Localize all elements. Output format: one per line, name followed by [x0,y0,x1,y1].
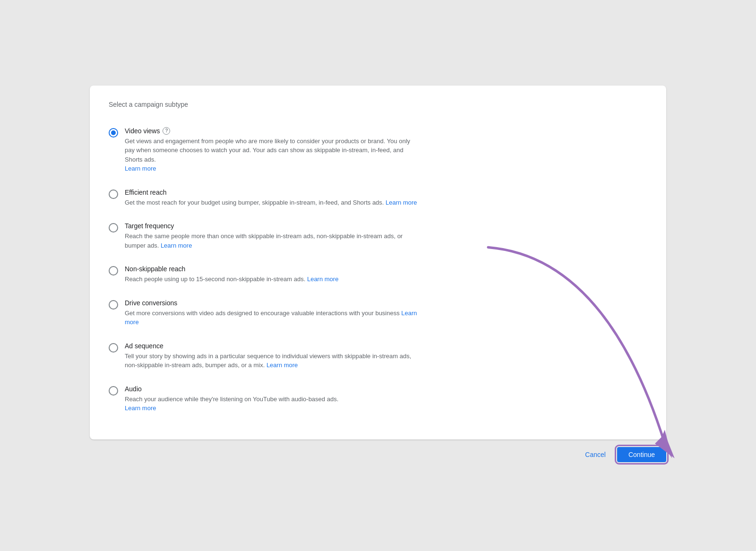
option-desc-audio: Reach your audience while they're listen… [125,395,418,413]
option-label-ad-sequence: Ad sequence [125,342,163,350]
option-desc-video-views: Get views and engagement from people who… [125,137,418,173]
option-content-efficient-reach: Efficient reach Get the most reach for y… [125,189,647,207]
option-label-row-efficient-reach: Efficient reach [125,189,647,196]
option-content-non-skippable-reach: Non-skippable reach Reach people using u… [125,265,647,284]
radio-drive-conversions[interactable] [109,300,118,310]
option-audio[interactable]: Audio Reach your audience while they're … [109,378,647,421]
option-desc-ad-sequence: Tell your story by showing ads in a part… [125,352,418,370]
section-title: Select a campaign subtype [109,101,647,108]
option-label-row-drive-conversions: Drive conversions [125,299,647,307]
option-label-target-frequency: Target frequency [125,222,174,230]
cancel-button[interactable]: Cancel [577,447,613,462]
option-desc-non-skippable-reach: Reach people using up to 15-second non-s… [125,275,418,284]
continue-button[interactable]: Continue [617,447,666,462]
option-label-efficient-reach: Efficient reach [125,189,166,196]
option-content-video-views: Video views ? Get views and engagement f… [125,127,647,173]
learn-more-non-skippable-reach[interactable]: Learn more [307,276,338,283]
radio-video-views[interactable] [109,128,118,138]
radio-efficient-reach[interactable] [109,189,118,199]
option-content-ad-sequence: Ad sequence Tell your story by showing a… [125,342,647,370]
dialog-with-arrow: Select a campaign subtype Video views ? … [90,86,666,466]
option-non-skippable-reach[interactable]: Non-skippable reach Reach people using u… [109,258,647,292]
learn-more-ad-sequence[interactable]: Learn more [266,362,298,369]
learn-more-target-frequency[interactable]: Learn more [161,242,192,249]
option-label-video-views: Video views [125,127,160,135]
option-content-target-frequency: Target frequency Reach the same people m… [125,222,647,250]
option-label-row-non-skippable-reach: Non-skippable reach [125,265,647,273]
dialog-card: Select a campaign subtype Video views ? … [90,86,666,439]
option-label-row-target-frequency: Target frequency [125,222,647,230]
option-label-non-skippable-reach: Non-skippable reach [125,265,185,273]
learn-more-efficient-reach[interactable]: Learn more [386,199,417,206]
option-label-row-audio: Audio [125,385,647,393]
option-desc-target-frequency: Reach the same people more than once wit… [125,232,418,250]
page-wrapper: Select a campaign subtype Video views ? … [76,86,680,466]
option-video-views[interactable]: Video views ? Get views and engagement f… [109,120,647,181]
options-list: Video views ? Get views and engagement f… [109,120,647,421]
option-efficient-reach[interactable]: Efficient reach Get the most reach for y… [109,181,647,215]
option-drive-conversions[interactable]: Drive conversions Get more conversions w… [109,292,647,335]
option-label-drive-conversions: Drive conversions [125,299,177,307]
radio-ad-sequence[interactable] [109,343,118,353]
learn-more-video-views[interactable]: Learn more [125,165,156,172]
help-icon-video-views[interactable]: ? [163,127,170,135]
option-ad-sequence[interactable]: Ad sequence Tell your story by showing a… [109,335,647,378]
option-label-audio: Audio [125,385,142,393]
radio-audio[interactable] [109,386,118,396]
option-content-drive-conversions: Drive conversions Get more conversions w… [125,299,647,327]
option-target-frequency[interactable]: Target frequency Reach the same people m… [109,215,647,258]
radio-non-skippable-reach[interactable] [109,266,118,276]
option-desc-efficient-reach: Get the most reach for your budget using… [125,198,418,207]
radio-target-frequency[interactable] [109,223,118,232]
option-content-audio: Audio Reach your audience while they're … [125,385,647,413]
footer-bar: Cancel Continue [90,439,666,466]
option-label-row-ad-sequence: Ad sequence [125,342,647,350]
option-label-row-video-views: Video views ? [125,127,647,135]
learn-more-audio[interactable]: Learn more [125,405,156,412]
option-desc-drive-conversions: Get more conversions with video ads desi… [125,309,418,327]
